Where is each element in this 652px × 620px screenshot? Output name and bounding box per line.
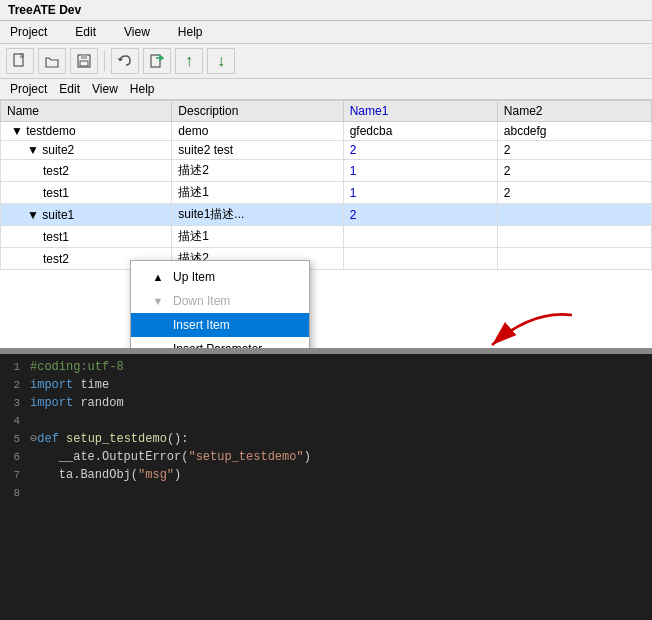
line-content: import time [30, 376, 652, 394]
col-header-name: Name [1, 101, 172, 122]
col-header-name1: Name1 [343, 101, 497, 122]
line-number: 6 [0, 448, 30, 466]
undo-button[interactable] [111, 48, 139, 74]
line-content: ta.BandObj("msg") [30, 466, 652, 484]
svg-rect-5 [151, 55, 160, 67]
line-content: __ate.OutputError("setup_testdemo") [30, 448, 652, 466]
export-button[interactable] [143, 48, 171, 74]
cell-name: ▼ testdemo [1, 122, 172, 141]
cell-name1: 1 [343, 160, 497, 182]
cell-name2: 2 [497, 182, 651, 204]
code-line-5: 5 ⊖def setup_testdemo(): [0, 430, 652, 448]
menu-edit[interactable]: Edit [69, 23, 102, 41]
save-button[interactable] [70, 48, 98, 74]
menu-edit[interactable]: Edit [53, 80, 86, 98]
menu-help[interactable]: Help [172, 23, 209, 41]
context-menu: ▲ Up Item ▼ Down Item Insert Item Insert… [130, 260, 310, 350]
cell-name: ▼ suite2 [1, 141, 172, 160]
table-row[interactable]: test2 描述2 [1, 248, 652, 270]
toolbar: ↑ ↓ [0, 44, 652, 79]
ctx-insert-param-label: Insert Parameter [173, 342, 262, 350]
move-down-button[interactable]: ↓ [207, 48, 235, 74]
menu-project[interactable]: Project [4, 80, 53, 98]
line-number: 2 [0, 376, 30, 394]
cell-desc: suite2 test [172, 141, 343, 160]
cell-name: test1 [1, 182, 172, 204]
col-header-desc: Description [172, 101, 343, 122]
table-row[interactable]: test1 描述1 [1, 226, 652, 248]
line-number: 3 [0, 394, 30, 412]
ctx-down-item[interactable]: ▼ Down Item [131, 289, 309, 313]
ctx-insert-parameter[interactable]: Insert Parameter [131, 337, 309, 350]
svg-rect-4 [80, 61, 88, 66]
code-line-2: 2 import time [0, 376, 652, 394]
table-row[interactable]: ▼ testdemo demo gfedcba abcdefg [1, 122, 652, 141]
code-line-4: 4 [0, 412, 652, 430]
ctx-up-item[interactable]: ▲ Up Item [131, 265, 309, 289]
title-bar: TreeATE Dev [0, 0, 652, 21]
main-area: Name Description Name1 Name2 ▼ testdemo … [0, 100, 652, 620]
line-number: 4 [0, 412, 30, 430]
ctx-insert-item[interactable]: Insert Item [131, 313, 309, 337]
tree-table: Name Description Name1 Name2 ▼ testdemo … [0, 100, 652, 350]
cell-name1 [343, 226, 497, 248]
ctx-down-label: Down Item [173, 294, 230, 308]
new-button[interactable] [6, 48, 34, 74]
code-line-8: 8 [0, 484, 652, 502]
move-up-button[interactable]: ↑ [175, 48, 203, 74]
cell-name: test2 [1, 160, 172, 182]
cell-name2 [497, 248, 651, 270]
cell-name: test1 [1, 226, 172, 248]
menu-project[interactable]: Project [4, 23, 53, 41]
red-arrow-annotation [432, 305, 592, 350]
table-row[interactable]: ▼ suite2 suite2 test 2 2 [1, 141, 652, 160]
line-number: 5 [0, 430, 30, 448]
cell-name2: abcdefg [497, 122, 651, 141]
line-content: import random [30, 394, 652, 412]
menu-view[interactable]: View [118, 23, 156, 41]
down-arrow-icon: ▼ [151, 295, 165, 307]
up-arrow-icon: ▲ [151, 271, 165, 283]
line-content: #coding:utf-8 [30, 358, 652, 376]
cell-name2 [497, 226, 651, 248]
cell-desc: suite1描述... [172, 204, 343, 226]
cell-desc: 描述1 [172, 182, 343, 204]
cell-desc: 描述2 [172, 160, 343, 182]
code-editor[interactable]: 1 #coding:utf-8 2 import time 3 import r… [0, 354, 652, 620]
line-content: ⊖def setup_testdemo(): [30, 430, 652, 448]
cell-name: ▼ suite1 [1, 204, 172, 226]
svg-rect-3 [81, 55, 87, 59]
cell-name1: 2 [343, 204, 497, 226]
menu-help[interactable]: Help [124, 80, 161, 98]
cell-desc: 描述1 [172, 226, 343, 248]
line-number: 7 [0, 466, 30, 484]
cell-name1: 2 [343, 141, 497, 160]
app-title: TreeATE Dev [0, 0, 652, 21]
line-number: 1 [0, 358, 30, 376]
ctx-up-label: Up Item [173, 270, 215, 284]
table-row[interactable]: test2 描述2 1 2 [1, 160, 652, 182]
cell-name2: 2 [497, 160, 651, 182]
table-row-selected[interactable]: ▼ suite1 suite1描述... 2 [1, 204, 652, 226]
line-number: 8 [0, 484, 30, 502]
menu-bar: ProjectEditViewHelp [0, 21, 652, 44]
table-row[interactable]: test1 描述1 1 2 [1, 182, 652, 204]
ctx-insert-label: Insert Item [173, 318, 230, 332]
menu-view[interactable]: View [86, 80, 124, 98]
code-line-7: 7 ta.BandObj("msg") [0, 466, 652, 484]
cell-name1: gfedcba [343, 122, 497, 141]
cell-desc: demo [172, 122, 343, 141]
code-line-3: 3 import random [0, 394, 652, 412]
code-line-6: 6 __ate.OutputError("setup_testdemo") [0, 448, 652, 466]
code-line-1: 1 #coding:utf-8 [0, 358, 652, 376]
cell-name1 [343, 248, 497, 270]
open-button[interactable] [38, 48, 66, 74]
col-header-name2: Name2 [497, 101, 651, 122]
cell-name2: 2 [497, 141, 651, 160]
cell-name1: 1 [343, 182, 497, 204]
cell-name2 [497, 204, 651, 226]
